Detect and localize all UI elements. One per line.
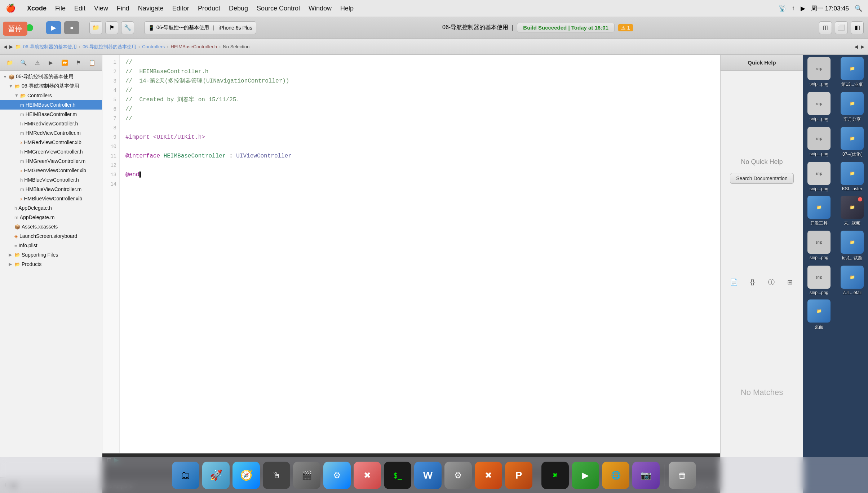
tree-file-hmred-h[interactable]: h HMRedViewController.h	[0, 119, 102, 128]
dock-launchpad[interactable]: 🚀	[202, 462, 230, 489]
tree-supporting-files[interactable]: ▶ 📂 Supporting Files	[0, 250, 102, 259]
desktop-item[interactable]: snip snip...png	[806, 127, 832, 157]
dock-slides[interactable]: ▶	[572, 462, 599, 489]
tree-products[interactable]: ▶ 📂 Products	[0, 259, 102, 269]
tree-file-heimbase-m[interactable]: m HEIMBaseController.m	[0, 110, 102, 119]
desktop-item[interactable]: 📁 第13...业桌	[839, 57, 865, 88]
menu-help[interactable]: Help	[340, 5, 354, 12]
dock-settings[interactable]: ⚙	[444, 462, 472, 489]
tree-file-hmblue-xib[interactable]: x HMBlueViewController.xib	[0, 194, 102, 203]
dock-browser[interactable]: 🌐	[602, 462, 629, 489]
tree-file-appdelegate-m[interactable]: m AppDelegate.m	[0, 213, 102, 222]
desktop-item[interactable]: snip snip...png	[806, 92, 832, 123]
nav-test-icon[interactable]: ▶	[46, 58, 56, 68]
code-editor[interactable]: 1 2 3 4 5 6 7 8 9 10 11 12 13 14	[102, 55, 720, 453]
menu-xcode[interactable]: Xcode	[27, 5, 46, 12]
desktop-item[interactable]: 📁 KSI...aster	[839, 162, 865, 191]
stop-button[interactable]: ■	[64, 21, 79, 34]
menu-source-control[interactable]: Source Control	[257, 5, 300, 12]
search-icon[interactable]: 🔍	[855, 5, 862, 12]
run-button[interactable]: ▶	[46, 21, 61, 34]
nav-search-icon[interactable]: 🔍	[18, 58, 28, 68]
tree-file-launchscreen[interactable]: ◈ LaunchScreen.storyboard	[0, 231, 102, 241]
tree-file-appdelegate-h[interactable]: h AppDelegate.h	[0, 203, 102, 213]
wifi-icon[interactable]: ↑	[792, 5, 795, 12]
qh-file-icon[interactable]: 📄	[727, 276, 740, 289]
tree-file-assets[interactable]: 📦 Assets.xcassets	[0, 222, 102, 231]
dock-terminal[interactable]: $_	[384, 462, 411, 489]
tree-root[interactable]: ▼ 📦 06-导航控制器的基本使用	[0, 72, 102, 81]
panel-right-btn[interactable]: ◧	[851, 21, 864, 34]
tree-file-hmgreen-xib[interactable]: x HMGreenViewController.xib	[0, 166, 102, 175]
tree-file-hmblue-m[interactable]: m HMBlueViewController.m	[0, 185, 102, 194]
nav-right-prev[interactable]: ◀	[854, 44, 858, 49]
env-btn[interactable]: 🔧	[121, 21, 134, 34]
desktop-item[interactable]: snip snip...png	[806, 57, 832, 88]
qh-grid-icon[interactable]: ⊞	[784, 276, 797, 289]
desktop-item[interactable]: snip snip...png	[806, 231, 832, 261]
desktop-item[interactable]: 📁 07--(优化(	[839, 127, 865, 157]
nav-prev-btn[interactable]: ◀	[4, 44, 7, 49]
tree-file-hmred-m[interactable]: m HMRedViewController.m	[0, 128, 102, 138]
tree-file-hmgreen-m[interactable]: m HMGreenViewController.m	[0, 156, 102, 166]
dock-finder[interactable]: 🗂	[172, 462, 199, 489]
tree-file-hmblue-h[interactable]: h HMBlueViewController.h	[0, 175, 102, 185]
dock-ppt[interactable]: P	[505, 462, 532, 489]
dock-git[interactable]: ✖	[354, 462, 381, 489]
nav-next-btn[interactable]: ▶	[9, 44, 13, 49]
breadcrumb-part4[interactable]: HEIMBaseController.h	[170, 44, 217, 49]
tree-file-infoplist[interactable]: ≡ Info.plist	[0, 241, 102, 250]
tree-file-hmred-xib[interactable]: x HMRedViewController.xib	[0, 138, 102, 147]
panel-left-btn[interactable]: ◫	[819, 21, 832, 34]
dock-media[interactable]: 🎬	[293, 462, 320, 489]
nav-report-icon[interactable]: 📋	[87, 58, 97, 68]
nav-breakpoint-icon[interactable]: ⚑	[74, 58, 84, 68]
dock-safari[interactable]: 🧭	[232, 462, 260, 489]
desktop-item[interactable]: snip snip...png	[806, 266, 832, 295]
nav-debug-icon[interactable]: ⏩	[60, 58, 70, 68]
panel-center-btn[interactable]: ⬜	[835, 21, 848, 34]
search-documentation-button[interactable]: Search Documentation	[730, 173, 793, 184]
desktop-item[interactable]: 📁 ios1...试题	[839, 231, 865, 261]
dock-screen[interactable]: 📷	[632, 462, 660, 489]
menu-window[interactable]: Window	[309, 5, 332, 12]
breadcrumb-part3[interactable]: Controllers	[142, 44, 165, 49]
breakpoints-btn[interactable]: ⚑	[105, 21, 118, 34]
desktop-item-videos[interactable]: 📁 未...视频	[839, 196, 865, 226]
scheme-navigator-btn[interactable]: 📁	[89, 21, 102, 34]
dock-xmind[interactable]: ✖	[475, 462, 502, 489]
dock-mouse[interactable]: 🖱	[263, 462, 290, 489]
apple-menu[interactable]: 🍎	[6, 4, 15, 13]
desktop-item-desktop[interactable]: 📁 桌面	[806, 299, 832, 330]
tree-controllers[interactable]: ▼ 📂 Controllers	[0, 91, 102, 100]
dock-word[interactable]: W	[414, 462, 442, 489]
menu-view[interactable]: View	[94, 5, 108, 12]
nav-right-next[interactable]: ▶	[861, 44, 864, 49]
menu-find[interactable]: Find	[117, 5, 129, 12]
desktop-item-devtools[interactable]: 📁 开发工具	[806, 196, 832, 226]
menu-debug[interactable]: Debug	[229, 5, 248, 12]
code-content[interactable]: // // HEIMBaseController.h // 14-第2天(多控制…	[120, 55, 720, 453]
breadcrumb-part2[interactable]: 06-导航控制器的基本使用	[83, 44, 136, 50]
qh-info-icon[interactable]: ⓘ	[765, 276, 778, 289]
menu-editor[interactable]: Editor	[172, 5, 189, 12]
menu-navigate[interactable]: Navigate	[138, 5, 164, 12]
qh-braces-icon[interactable]: {}	[746, 276, 759, 289]
desktop-item[interactable]: 📁 ZJL...etail	[839, 266, 865, 295]
menu-edit[interactable]: Edit	[74, 5, 85, 12]
tree-file-heimbase-h[interactable]: m HEIMBaseController.h	[0, 100, 102, 110]
breadcrumb-part1[interactable]: 06-导航控制器的基本使用	[23, 44, 77, 50]
menu-product[interactable]: Product	[198, 5, 220, 12]
notification-icon[interactable]: 📡	[779, 5, 786, 12]
nav-folder-icon[interactable]: 📁	[5, 58, 15, 68]
desktop-item[interactable]: 📁 车丹分享	[839, 92, 865, 123]
scheme-selector[interactable]: 📱 06-导航控---的基本使用 ｜ iPhone 6s Plus	[144, 21, 256, 34]
desktop-item[interactable]: snip snip...png	[806, 162, 832, 191]
dock-trash[interactable]: 🗑	[669, 462, 696, 489]
dock-xcode[interactable]: ⚙	[323, 462, 351, 489]
tree-file-hmgreen-h[interactable]: h HMGreenViewController.h	[0, 147, 102, 156]
nav-issue-icon[interactable]: ⚠	[32, 58, 42, 68]
tree-group[interactable]: ▼ 📂 06-导航控制器的基本使用	[0, 81, 102, 91]
menu-file[interactable]: File	[55, 5, 66, 12]
dock-cmd[interactable]: ⌘	[541, 462, 569, 489]
